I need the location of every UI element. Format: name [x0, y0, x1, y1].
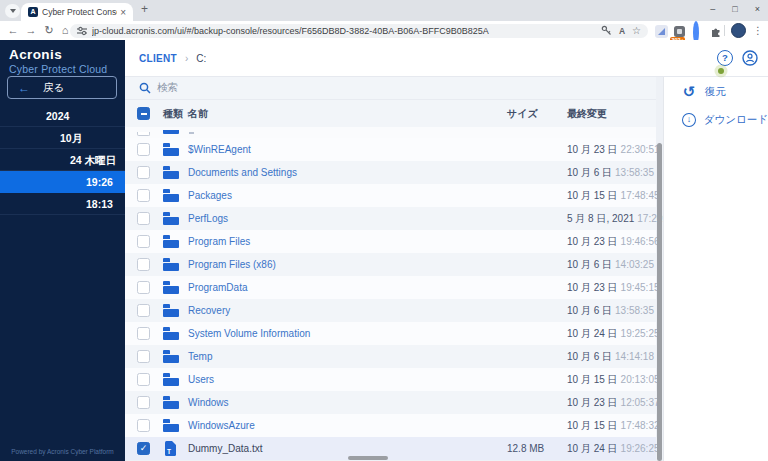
- row-name[interactable]: Users: [188, 368, 214, 391]
- row-name[interactable]: Program Files: [188, 230, 250, 253]
- toolbar-divider: [724, 25, 725, 36]
- row-checkbox[interactable]: [137, 189, 150, 202]
- forward-icon[interactable]: →: [24, 21, 38, 40]
- row-name[interactable]: System Volume Information: [188, 322, 310, 345]
- recovery-point-tree: 202410月24 木曜日19:2618:13: [0, 105, 125, 215]
- window-maximize-button[interactable]: □: [732, 0, 737, 19]
- row-name[interactable]: Windows: [188, 391, 229, 414]
- row-checkbox[interactable]: [137, 327, 150, 340]
- row-checkbox[interactable]: [137, 350, 150, 363]
- table-row[interactable]: Documents and Settings10 月 6 日13:58:35: [125, 161, 656, 184]
- acronis-logo: Acronis Cyber Protect Cloud: [0, 40, 125, 75]
- tree-item[interactable]: 2024: [0, 105, 125, 127]
- new-tab-button[interactable]: +: [141, 2, 148, 16]
- row-modified: 10 月 6 日13:58:35: [567, 299, 654, 322]
- column-name[interactable]: 名前: [188, 100, 208, 127]
- row-name[interactable]: Temp: [188, 345, 212, 368]
- tree-item[interactable]: 10月: [0, 127, 125, 149]
- table-row[interactable]: Program Files10 月 23 日19:46:56: [125, 230, 656, 253]
- row-name[interactable]: $WinREAgent: [188, 138, 251, 161]
- table-row[interactable]: System Volume Information10 月 24 日19:25:…: [125, 322, 656, 345]
- browser-menu-icon[interactable]: ⋮: [753, 21, 763, 40]
- restore-icon: ↺: [681, 84, 697, 100]
- row-name[interactable]: Program Files (x86): [188, 253, 276, 276]
- row-checkbox[interactable]: [137, 166, 150, 179]
- row-checkbox[interactable]: [137, 212, 150, 225]
- bookmark-star-icon[interactable]: ☆: [632, 25, 641, 36]
- account-icon[interactable]: [742, 50, 758, 66]
- browser-toolbar: ← → ↻ ⌂ jp-cloud.acronis.com/ui/#/backup…: [0, 21, 768, 40]
- row-checkbox: [137, 132, 150, 136]
- table-row[interactable]: Temp10 月 6 日14:14:18: [125, 345, 656, 368]
- table-row[interactable]: WindowsAzure10 月 15 日17:48:32: [125, 414, 656, 437]
- row-name[interactable]: PerfLogs: [188, 207, 228, 230]
- row-checkbox[interactable]: [137, 143, 150, 156]
- download-action[interactable]: ↓ダウンロード: [664, 111, 768, 128]
- row-checkbox[interactable]: [137, 281, 150, 294]
- table-row[interactable]: Packages10 月 15 日17:48:45: [125, 184, 656, 207]
- folder-icon: [163, 373, 179, 386]
- app-header: CLIENT › C: ?: [125, 40, 768, 77]
- row-name[interactable]: Documents and Settings: [188, 161, 297, 184]
- table-row[interactable]: Program Files (x86)10 月 6 日14:03:25: [125, 253, 656, 276]
- window-close-button[interactable]: ×: [755, 0, 760, 19]
- row-name[interactable]: Recovery: [188, 299, 230, 322]
- profile-avatar[interactable]: [731, 23, 746, 38]
- brand-name: Acronis: [9, 47, 125, 62]
- column-modified[interactable]: 最終変更: [567, 100, 607, 127]
- url-bar[interactable]: jp-cloud.acronis.com/ui/#/backup-console…: [70, 24, 648, 38]
- row-name[interactable]: Packages: [188, 184, 232, 207]
- row-name[interactable]: WindowsAzure: [188, 414, 255, 437]
- row-checkbox[interactable]: [137, 258, 150, 271]
- reload-icon[interactable]: ↻: [42, 21, 56, 40]
- row-name[interactable]: Dummy_Data.txt: [188, 437, 262, 460]
- actions-panel: ↺復元↓ダウンロード: [663, 77, 768, 461]
- search-bar[interactable]: 検索: [125, 77, 656, 100]
- vertical-scrollbar[interactable]: [657, 143, 662, 461]
- acronis-favicon: A: [28, 7, 38, 17]
- horizontal-scrollbar[interactable]: [348, 456, 388, 460]
- back-icon[interactable]: ←: [6, 21, 20, 40]
- window-minimize-button[interactable]: –: [710, 0, 715, 19]
- tree-item[interactable]: 24 木曜日: [0, 149, 125, 171]
- table-row-clipped[interactable]: [125, 127, 656, 138]
- tab-close-icon[interactable]: ×: [120, 7, 126, 18]
- table-row[interactable]: Windows10 月 23 日12:05:37: [125, 391, 656, 414]
- row-checkbox[interactable]: [137, 304, 150, 317]
- tree-item[interactable]: 19:26: [0, 171, 125, 193]
- url-text[interactable]: jp-cloud.acronis.com/ui/#/backup-console…: [92, 26, 594, 36]
- row-name[interactable]: ProgramData: [188, 276, 247, 299]
- breadcrumb-client-link[interactable]: CLIENT: [139, 53, 177, 64]
- table-row[interactable]: ProgramData10 月 23 日19:45:15: [125, 276, 656, 299]
- row-checkbox[interactable]: [137, 419, 150, 432]
- row-checkbox[interactable]: [137, 235, 150, 248]
- column-type[interactable]: 種類↑: [163, 100, 191, 127]
- password-key-icon[interactable]: [601, 25, 612, 36]
- search-placeholder: 検索: [157, 81, 178, 95]
- tab-title: Cyber Protect Console: [42, 7, 117, 17]
- row-checkbox[interactable]: ✓: [137, 442, 150, 455]
- site-settings-icon[interactable]: [77, 26, 87, 36]
- browser-tab-strip: A Cyber Protect Console × + – □ ×: [0, 0, 768, 21]
- table-row[interactable]: Recovery10 月 6 日13:58:35: [125, 299, 656, 322]
- table-row[interactable]: $WinREAgent10 月 23 日22:30:51: [125, 138, 656, 161]
- select-all-checkbox[interactable]: [137, 107, 150, 120]
- folder-icon: [163, 235, 179, 248]
- back-button[interactable]: ← 戻る: [7, 76, 117, 99]
- table-row[interactable]: ✓TDummy_Data.txt12.8 MB10 月 24 日19:26:25: [125, 437, 656, 460]
- table-row[interactable]: PerfLogs5 月 8 日, 202117:20:24: [125, 207, 656, 230]
- tree-item[interactable]: 18:13: [0, 193, 125, 215]
- row-modified: 10 月 24 日19:26:25: [567, 437, 660, 460]
- table-row[interactable]: Users10 月 15 日20:13:05: [125, 368, 656, 391]
- folder-icon: [163, 304, 179, 317]
- row-checkbox[interactable]: [137, 373, 150, 386]
- tab-search-chevron-icon[interactable]: [5, 4, 20, 18]
- column-size[interactable]: サイズ: [507, 100, 538, 127]
- browser-tab[interactable]: A Cyber Protect Console ×: [21, 3, 133, 21]
- restore-action[interactable]: ↺復元: [664, 83, 768, 100]
- row-checkbox[interactable]: [137, 396, 150, 409]
- help-icon[interactable]: ?: [717, 50, 733, 66]
- folder-icon: [163, 327, 179, 340]
- screen: A Cyber Protect Console × + – □ × ← → ↻ …: [0, 0, 768, 461]
- translate-icon[interactable]: A: [619, 26, 625, 36]
